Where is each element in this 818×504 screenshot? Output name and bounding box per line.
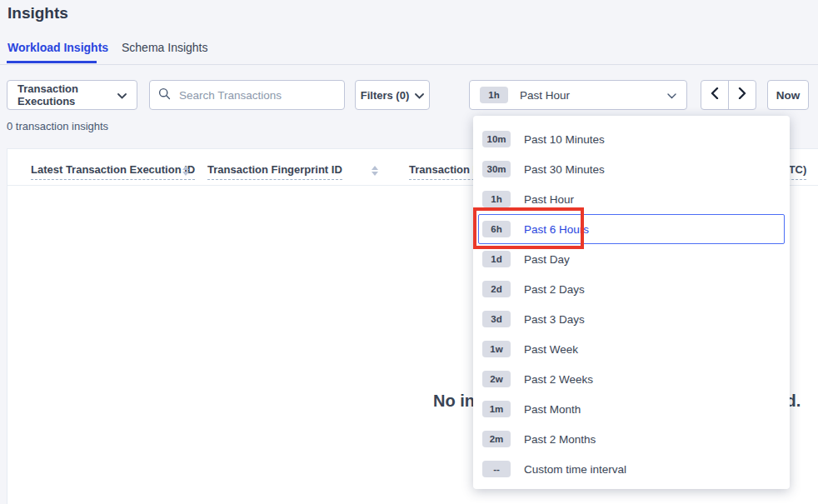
column-header-transaction-fingerprint-id[interactable]: Transaction Fingerprint ID (207, 163, 342, 180)
time-option-label: Past 2 Weeks (524, 373, 593, 386)
time-option-past-day[interactable]: 1d Past Day (478, 244, 785, 274)
time-option-label: Past 3 Days (524, 313, 585, 326)
time-option-badge: 3d (482, 311, 511, 327)
time-option-badge: 30m (482, 161, 511, 177)
time-option-past-week[interactable]: 1w Past Week (478, 334, 785, 364)
time-option-label: Past Week (524, 343, 578, 356)
time-option-past-3-days[interactable]: 3d Past 3 Days (478, 304, 785, 334)
chevron-right-icon (738, 87, 746, 102)
time-option-past-hour[interactable]: 1h Past Hour (478, 184, 785, 214)
insight-type-select[interactable]: Transaction Executions (7, 80, 137, 110)
search-transactions-box[interactable] (149, 80, 345, 110)
time-option-badge: 2d (482, 281, 511, 297)
time-option-label: Past Month (524, 403, 581, 416)
time-option-badge: 1w (482, 341, 511, 357)
time-option-badge: 1h (482, 191, 511, 207)
time-option-label: Past 2 Days (524, 283, 585, 296)
chevron-down-icon (667, 87, 676, 102)
time-option-label: Past 30 Minutes (524, 163, 605, 176)
time-option-badge: 1d (482, 251, 511, 267)
time-option-label: Past Hour (524, 193, 574, 206)
sort-icon[interactable] (372, 166, 378, 176)
chevron-down-icon (117, 89, 127, 102)
time-interval-select[interactable]: 1h Past Hour (469, 80, 687, 110)
insights-count-summary: 0 transaction insights (7, 120, 108, 132)
column-header-latest-transaction-execution-id[interactable]: Latest Transaction Execution ID (31, 163, 195, 180)
tabs-divider (0, 64, 818, 65)
time-option-label: Past 2 Months (524, 433, 596, 446)
sort-icon[interactable] (182, 166, 189, 176)
time-option-past-10-minutes[interactable]: 10m Past 10 Minutes (478, 124, 785, 154)
time-option-past-30-minutes[interactable]: 30m Past 30 Minutes (478, 154, 785, 184)
active-tab-underline (7, 61, 97, 63)
filters-button[interactable]: Filters (0) (355, 80, 430, 110)
time-nav-group (701, 80, 756, 110)
time-option-past-2-days[interactable]: 2d Past 2 Days (478, 274, 785, 304)
time-option-label: Custom time interval (524, 463, 626, 476)
now-button-label: Now (776, 89, 801, 102)
tab-schema-insights[interactable]: Schema Insights (122, 41, 208, 54)
chevron-left-icon (711, 87, 719, 102)
tab-workload-insights[interactable]: Workload Insights (7, 41, 108, 54)
time-option-past-6-hours[interactable]: 6h Past 6 Hours (478, 214, 785, 244)
insight-type-select-label: Transaction Executions (17, 82, 117, 107)
time-option-past-2-weeks[interactable]: 2w Past 2 Weeks (478, 364, 785, 394)
insights-page: Insights Workload Insights Schema Insigh… (0, 0, 818, 504)
now-button[interactable]: Now (767, 80, 809, 110)
filters-button-label: Filters (0) (361, 89, 410, 102)
time-option-custom-interval[interactable]: -- Custom time interval (478, 454, 785, 484)
previous-interval-button[interactable] (701, 81, 728, 109)
time-option-label: Past Day (524, 253, 570, 266)
time-interval-dropdown: 10m Past 10 Minutes 30m Past 30 Minutes … (473, 116, 790, 489)
time-option-badge: 2w (482, 371, 511, 387)
time-option-label: Past 10 Minutes (524, 133, 605, 146)
time-option-label: Past 6 Hours (524, 223, 589, 236)
page-title: Insights (7, 4, 68, 22)
time-option-badge: 10m (482, 131, 511, 147)
time-interval-badge: 1h (480, 87, 508, 103)
time-option-past-2-months[interactable]: 2m Past 2 Months (478, 424, 785, 454)
time-option-badge: 2m (482, 431, 511, 447)
search-icon (158, 87, 171, 103)
time-option-past-month[interactable]: 1m Past Month (478, 394, 785, 424)
time-option-badge: -- (482, 461, 511, 477)
chevron-down-icon (415, 89, 424, 102)
time-interval-label: Past Hour (520, 89, 570, 102)
time-option-badge: 1m (482, 401, 511, 417)
search-transactions-input[interactable] (177, 88, 336, 102)
next-interval-button[interactable] (728, 81, 756, 109)
time-option-badge: 6h (482, 221, 511, 237)
